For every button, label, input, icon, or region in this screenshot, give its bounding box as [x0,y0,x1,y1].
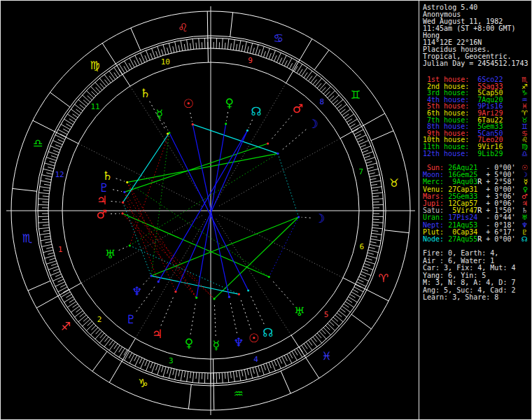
position-dot-node-inner [246,130,248,132]
house-number-8: 8 [320,97,325,106]
wheel-planet-mercury-inner: ☿ [156,107,163,121]
zodiac-sign-icon-taurus: ♉ [389,176,399,190]
wheel-planet-node-outer: ☊ [262,326,273,340]
position-dot-node-outer [247,289,249,291]
house-number-9: 9 [248,56,253,65]
stats-line: M: 3, N: 8, A: 4, D: 7 [423,279,515,287]
wheel-planet-node-inner: ☊ [251,104,261,118]
position-dot-mars-inner [121,212,123,214]
zodiac-sign-icon: ♎ [522,150,528,158]
zodiac-sign-icon-aquarius: ♒ [234,387,244,400]
wheel-planet-pluto-inner: ♇ [99,181,109,195]
house-number-7: 7 [359,167,364,176]
degree-tick [38,216,48,217]
position-dot-neptune-outer [228,296,230,298]
planet-label: Uran: [423,214,448,221]
house-row: 12th house: 9Lib29♎ [423,150,528,158]
zodiac-sign-icon-virgo: ♍ [90,59,99,72]
house-cusp-value: 9Lib29 [477,150,503,158]
wheel-planet-sun-outer: ☉ [248,331,259,345]
zodiac-sign-icon-leo: ♌ [178,21,188,34]
stats-line: Fire: 0, Earth: 4, [423,250,515,258]
zodiac-sign-icon-cancer: ♋ [273,31,283,45]
house-number-10: 10 [161,57,170,66]
planet-label: Node: [423,236,448,243]
zodiac-sign-icon-libra: ♎ [33,136,43,150]
degree-tick [216,38,217,48]
chart-wheel: ♈♉♊♋♌♍♎♏♐♑♒♓123456789101112☉☉☽☽☿☿♀♀♂♂♃♃♄… [1,1,419,419]
wheel-planet-venus-inner: ♀ [225,96,234,110]
house-number-3: 3 [169,356,174,365]
retrograde-flag [477,214,486,221]
wheel-planet-mars-inner: ♂ [96,207,106,221]
planet-icon: ♅ [522,214,528,221]
planet-row: Node: 27Aqu55R + 0°00'☊ [423,236,528,243]
planet-position-value: 27Aqu55 [448,236,477,243]
wheel-planet-uranus-inner: ♅ [105,247,115,261]
position-dot-saturn-inner [126,181,128,183]
position-dot-mercury-outer [213,298,215,300]
planet-latitude-value: + 0°00' [486,236,515,243]
retrograde-flag: R [477,236,486,243]
degree-tick [216,373,217,384]
astrolog-window: ♈♉♊♋♌♍♎♏♐♑♒♓123456789101112☉☉☽☽☿☿♀♀♂♂♃♃♄… [0,0,532,420]
wheel-planet-moon-inner: ☽ [314,211,325,225]
house-number-4: 4 [253,355,258,364]
wheel-planet-venus-outer: ♀ [185,336,193,350]
houses-list: 1st house: 6Sco22♏ 2nd house: 5Sag33♐ 3r… [423,76,528,157]
chart-info-line: Julian Day = 2454512.1743 [423,60,528,67]
house-number-1: 1 [58,245,63,254]
position-dot-sun-inner [192,123,194,125]
position-dot-jupiter-inner [122,202,124,204]
planet-position-value: 17Pis24 [448,214,477,221]
zodiac-sign-icon-sagittarius: ♐ [61,320,71,333]
wheel-planet-moon-outer: ☽ [308,117,318,131]
planet-row: Uran: 17Pis24 - 0°44'♅ [423,214,528,221]
wheel-background [1,1,419,419]
position-dot-saturn-outer [167,132,169,134]
planet-icon: ☊ [522,236,528,243]
position-dot-venus-inner [225,122,227,125]
position-dot-pluto-inner [123,191,125,193]
wheel-planet-saturn-outer: ♄ [140,86,150,100]
zodiac-sign-icon-gemini: ♊ [351,88,360,102]
degree-tick [373,204,384,205]
position-dot-mars-outer [267,142,269,144]
position-dot-uranus-inner [129,244,131,246]
wheel-planet-neptune-outer: ♆ [234,335,244,349]
degree-tick [38,204,48,205]
planets-list: Sun: 26Aqu21 - 0°00'☉Moon: 16Gem25 + 5°0… [423,164,528,243]
wheel-planet-mars-outer: ♂ [293,102,303,115]
degree-tick [204,373,205,384]
position-dot-uranus-outer [268,276,270,278]
degree-tick [373,216,384,217]
degree-tick [204,38,205,48]
position-dot-sun-outer [238,293,240,295]
wheel-planet-sun-inner: ☉ [183,97,193,111]
chart-info-header: Astrolog 5.40AnonymousWed August 11, 198… [423,4,528,67]
position-dot-moon-inner [298,216,300,218]
wheel-planet-pluto-outer: ♇ [125,312,136,326]
zodiac-sign-icon-pisces: ♓ [321,349,331,363]
position-dot-jupiter-outer [174,290,176,293]
info-sidebar: Astrolog 5.40AnonymousWed August 11, 198… [419,1,531,419]
position-dot-moon-outer [276,153,279,155]
planet-latitude-value: - 0°44' [486,214,515,221]
wheel-planet-mercury-outer: ☿ [212,338,219,352]
stats-line: Car: 3, Fix: 4, Mut: 4 [423,265,515,272]
house-number-2: 2 [97,315,102,324]
zodiac-sign-icon-aries: ♈ [379,272,388,285]
position-dot-neptune-inner [150,274,152,276]
zodiac-sign-icon-scorpio: ♏ [22,232,32,245]
zodiac-sign-icon-capricorn: ♑ [138,377,148,390]
wheel-planet-neptune-inner: ♆ [132,284,142,298]
wheel-planet-uranus-outer: ♅ [294,304,304,318]
house-number-12: 12 [55,170,64,179]
wheel-planet-jupiter-outer: ♃ [152,327,162,341]
house-number-6: 6 [360,242,365,251]
position-dot-pluto-outer [158,281,160,283]
wheel-planet-jupiter-inner: ♃ [97,193,107,207]
house-number-11: 11 [90,102,99,111]
stats-line: Learn: 3, Share: 8 [423,294,515,302]
house-number-5: 5 [324,310,329,319]
